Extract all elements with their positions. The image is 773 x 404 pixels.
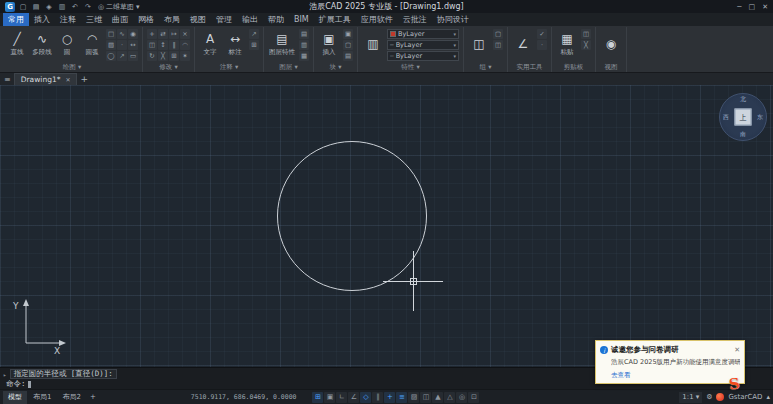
viewcube-top-face[interactable]: 上 bbox=[735, 109, 752, 126]
notification-link[interactable]: 去查看 bbox=[611, 371, 631, 380]
minimize-button[interactable]: ─ bbox=[737, 3, 741, 11]
layer-isolate-icon[interactable]: ▥ bbox=[299, 40, 309, 50]
line-button[interactable]: ╱直线 bbox=[6, 32, 28, 57]
ribbon-tab-layout[interactable]: 布局 bbox=[159, 13, 185, 26]
donut-icon[interactable]: ◉ bbox=[128, 29, 138, 39]
group-button[interactable]: ◫ bbox=[468, 37, 490, 52]
ribbon-tab-apps[interactable]: 应用软件 bbox=[356, 13, 398, 26]
mirror-icon[interactable]: ⇄ bbox=[158, 29, 168, 39]
layout-tab-layout2[interactable]: 布局2 bbox=[57, 391, 85, 404]
measure-button[interactable]: ∠ bbox=[512, 37, 534, 52]
toggle-dynamic-input[interactable]: + bbox=[384, 392, 395, 403]
panel-label-utilities[interactable]: 实用工具 bbox=[510, 62, 549, 72]
hatch-icon[interactable]: ▨ bbox=[106, 40, 116, 50]
toggle-auto-scale[interactable]: △ bbox=[444, 392, 455, 403]
toggle-lineweight[interactable]: ≡ bbox=[396, 392, 407, 403]
layer-off-icon[interactable]: ▦ bbox=[299, 51, 309, 61]
ribbon-tab-mesh[interactable]: 网格 bbox=[133, 13, 159, 26]
polyline-button[interactable]: ∿多段线 bbox=[31, 32, 53, 57]
redo-icon[interactable]: ↷ bbox=[83, 2, 93, 12]
document-tab[interactable]: Drawing1* ✕ bbox=[14, 73, 78, 85]
viewcube-east-label[interactable]: 东 bbox=[757, 113, 763, 122]
add-layout-button[interactable]: + bbox=[87, 391, 99, 404]
array-icon[interactable]: ⊞ bbox=[169, 51, 179, 61]
toggle-otrack[interactable]: ∥ bbox=[372, 392, 383, 403]
spline-icon[interactable]: ∿ bbox=[117, 29, 127, 39]
toggle-snap[interactable]: ▣ bbox=[324, 392, 335, 403]
annotation-scale-button[interactable]: 1:1 ▾ bbox=[679, 392, 702, 403]
drawn-circle[interactable] bbox=[277, 141, 427, 291]
drawing-canvas[interactable]: Y X 北 南 西 东 上 bbox=[0, 85, 773, 367]
toggle-polar[interactable]: ∠ bbox=[348, 392, 359, 403]
panel-label-block[interactable]: 块 ▾ bbox=[316, 62, 355, 72]
ribbon-tab-insert[interactable]: 插入 bbox=[29, 13, 55, 26]
circle-button[interactable]: ○圆 bbox=[56, 32, 78, 57]
erase-icon[interactable]: × bbox=[180, 29, 190, 39]
rectangle-icon[interactable]: □ bbox=[106, 29, 116, 39]
leader-icon[interactable]: ↗ bbox=[249, 29, 259, 39]
panel-label-group[interactable]: 组 ▾ bbox=[466, 62, 505, 72]
group-edit-icon[interactable]: ◫ bbox=[493, 40, 503, 50]
new-icon[interactable]: ▢ bbox=[18, 2, 28, 12]
toggle-osnap[interactable]: ◇ bbox=[360, 392, 371, 403]
ribbon-tab-output[interactable]: 输出 bbox=[237, 13, 263, 26]
text-button[interactable]: A文字 bbox=[199, 32, 221, 57]
panel-label-modify[interactable]: 修改 ▾ bbox=[145, 62, 192, 72]
viewcube-west-label[interactable]: 西 bbox=[723, 113, 729, 122]
copy-clip-icon[interactable]: ◫ bbox=[581, 29, 591, 39]
panel-label-viewpanel[interactable]: 视图 bbox=[598, 62, 624, 72]
save-icon[interactable]: ◈ bbox=[44, 2, 54, 12]
fillet-icon[interactable]: ◠ bbox=[180, 40, 190, 50]
toggle-ortho[interactable]: ∟ bbox=[336, 392, 347, 403]
explode-icon[interactable]: ✶ bbox=[180, 51, 190, 61]
panel-label-annotation[interactable]: 注释 ▾ bbox=[197, 62, 261, 72]
ribbon-tab-3d[interactable]: 三维 bbox=[81, 13, 107, 26]
dimension-button[interactable]: ↔标注 bbox=[224, 32, 246, 57]
close-button[interactable]: ✕ bbox=[762, 3, 768, 11]
viewcube-north-label[interactable]: 北 bbox=[740, 95, 746, 104]
print-icon[interactable]: ▥ bbox=[57, 2, 67, 12]
view-cube[interactable]: 北 南 西 东 上 bbox=[719, 93, 767, 141]
region-icon[interactable]: ▭ bbox=[128, 51, 138, 61]
ribbon-tab-surface[interactable]: 曲面 bbox=[107, 13, 133, 26]
match-properties-button[interactable]: ▥ bbox=[362, 37, 384, 52]
ribbon-tab-help[interactable]: 帮助 bbox=[263, 13, 289, 26]
ribbon-tab-view[interactable]: 视图 bbox=[185, 13, 211, 26]
open-icon[interactable]: ▤ bbox=[31, 2, 41, 12]
gear-icon[interactable]: ⚙ bbox=[706, 393, 712, 401]
ellipse-icon[interactable]: ◯ bbox=[106, 51, 116, 61]
rotate-icon[interactable]: ↻ bbox=[147, 51, 157, 61]
property-dropdown[interactable]: ┄ByLayer▾ bbox=[387, 51, 459, 61]
toggle-annotation-visibility[interactable]: ▲ bbox=[432, 392, 443, 403]
app-logo-icon[interactable]: G bbox=[5, 2, 15, 12]
ribbon-tab-manage[interactable]: 管理 bbox=[211, 13, 237, 26]
move-icon[interactable]: + bbox=[147, 29, 157, 39]
panel-label-draw[interactable]: 绘图 ▾ bbox=[4, 62, 140, 72]
property-dropdown[interactable]: ByLayer▾ bbox=[387, 29, 459, 39]
ribbon-tab-cloud[interactable]: 云批注 bbox=[398, 13, 432, 26]
layout-tab-model[interactable]: 模型 bbox=[3, 391, 27, 404]
extend-icon[interactable]: ↦ bbox=[169, 29, 179, 39]
notification-close-button[interactable]: ✕ bbox=[734, 346, 740, 354]
table-icon[interactable]: ⊞ bbox=[249, 40, 259, 50]
ribbon-tab-bim[interactable]: BIM bbox=[289, 13, 314, 26]
file-tabs-menu-icon[interactable]: ≡ bbox=[4, 75, 11, 84]
layers-button[interactable]: ▤图层特性 bbox=[268, 32, 296, 57]
ribbon-tab-express[interactable]: 扩展工具 bbox=[314, 13, 356, 26]
toggle-selection-cycling[interactable]: ◫ bbox=[420, 392, 431, 403]
chevron-up-icon[interactable]: ▴ bbox=[766, 393, 770, 401]
ribbon-tab-home[interactable]: 常用 bbox=[3, 13, 29, 26]
toggle-grid[interactable]: ⊞ bbox=[312, 392, 323, 403]
point-id-icon[interactable]: · bbox=[537, 40, 547, 50]
point-icon[interactable]: · bbox=[117, 40, 127, 50]
layout-tab-layout1[interactable]: 布局1 bbox=[28, 391, 56, 404]
ribbon-tab-collab[interactable]: 协同设计 bbox=[432, 13, 474, 26]
trim-icon[interactable]: ╳ bbox=[158, 51, 168, 61]
toggle-isolate-objects[interactable]: ◎ bbox=[456, 392, 467, 403]
stretch-icon[interactable]: ↕ bbox=[158, 40, 168, 50]
workspace-switcher[interactable]: ◎ 二维草图 ▾ bbox=[98, 2, 140, 12]
arc-button[interactable]: ◠圆弧 bbox=[81, 32, 103, 57]
undo-icon[interactable]: ↶ bbox=[70, 2, 80, 12]
copy-icon[interactable]: ◫ bbox=[147, 40, 157, 50]
view-button[interactable]: ◉ bbox=[600, 37, 622, 52]
